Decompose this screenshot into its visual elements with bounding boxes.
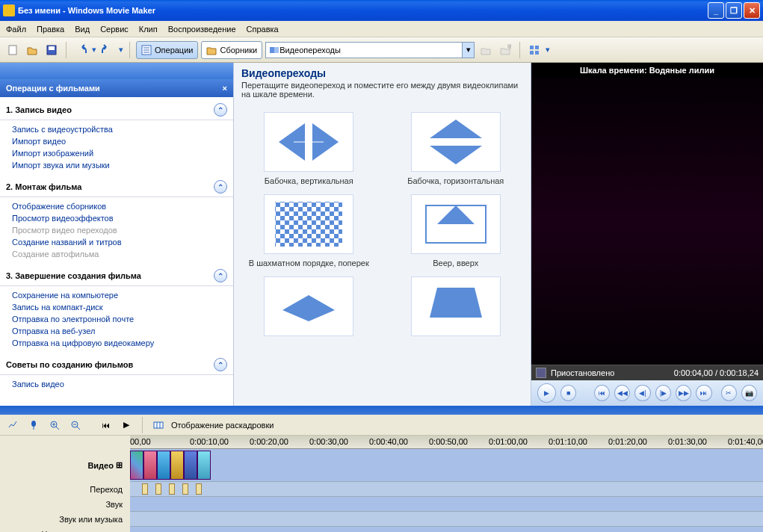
- transition-item[interactable]: Веер, вверх: [390, 194, 522, 267]
- tl-levels-button[interactable]: [4, 417, 21, 433]
- task-section-header[interactable]: Советы по созданию фильмов⌃: [0, 355, 233, 375]
- prev-button[interactable]: ⏮: [594, 385, 610, 401]
- video-clip[interactable]: [197, 451, 211, 480]
- music-track[interactable]: [130, 512, 763, 527]
- timeline-tracks[interactable]: 00,000:00:10,000:00:20,000:00:30,000:00:…: [130, 436, 763, 532]
- preview-video[interactable]: [531, 78, 763, 365]
- transition-clip[interactable]: [196, 483, 202, 495]
- transition-item[interactable]: [390, 276, 522, 341]
- collapse-icon[interactable]: ⌃: [214, 103, 227, 117]
- view-dropdown-icon[interactable]: ▾: [546, 45, 550, 55]
- collapse-icon[interactable]: ⌃: [214, 358, 227, 371]
- transition-item[interactable]: В шахматном порядке, поперек: [243, 194, 375, 267]
- tl-play-button[interactable]: ▶: [118, 417, 135, 433]
- close-button[interactable]: ✕: [744, 2, 760, 19]
- minimize-button[interactable]: _: [708, 2, 724, 19]
- task-section-header[interactable]: 3. Завершение создания фильма⌃: [0, 266, 233, 286]
- task-section-title: Советы по созданию фильмов: [6, 360, 133, 369]
- task-links: Сохранение на компьютереЗапись на компак…: [0, 286, 233, 355]
- location-combo[interactable]: ▾: [265, 42, 475, 58]
- step-fwd-button[interactable]: |▶: [655, 385, 671, 401]
- step-back-button[interactable]: ◀|: [634, 385, 650, 401]
- menu-view[interactable]: Вид: [75, 25, 90, 34]
- menu-file[interactable]: Файл: [6, 25, 26, 34]
- menu-play[interactable]: Воспроизведение: [168, 25, 236, 34]
- task-pane-close-icon[interactable]: ×: [223, 84, 227, 93]
- tasks-label: Операции: [155, 46, 193, 55]
- menu-clip[interactable]: Клип: [139, 25, 158, 34]
- video-clip[interactable]: [157, 451, 170, 480]
- task-link[interactable]: Просмотр видеоэффектов: [12, 212, 233, 224]
- audio-track[interactable]: [130, 497, 763, 512]
- transition-track[interactable]: [130, 482, 763, 497]
- new-button[interactable]: [4, 42, 21, 58]
- task-section-header[interactable]: 2. Монтаж фильма⌃: [0, 177, 233, 197]
- task-link[interactable]: Отправка на веб-узел: [12, 325, 233, 337]
- up-folder-button[interactable]: [478, 42, 494, 58]
- transition-clip[interactable]: [169, 483, 175, 495]
- location-input[interactable]: [279, 46, 459, 55]
- tl-zoom-in-button[interactable]: [46, 417, 63, 433]
- task-link[interactable]: Отправка по электронной почте: [12, 313, 233, 325]
- timeline-body: Видео ⊞ Переход Звук Звук или музыка Нал…: [0, 436, 763, 532]
- storyboard-icon[interactable]: [150, 417, 167, 433]
- new-folder-button[interactable]: ✱: [497, 42, 513, 58]
- transition-item[interactable]: [243, 276, 375, 341]
- task-link[interactable]: Отправка на цифровую видеокамеру: [12, 337, 233, 349]
- collapse-icon[interactable]: ⌃: [214, 180, 227, 194]
- timeline-ruler[interactable]: 00,000:00:10,000:00:20,000:00:30,000:00:…: [130, 436, 763, 449]
- video-clip[interactable]: [184, 451, 197, 480]
- video-clip[interactable]: [130, 451, 143, 480]
- task-link[interactable]: Запись на компакт-диск: [12, 301, 233, 313]
- video-clip[interactable]: [170, 451, 184, 480]
- rewind-button[interactable]: ◀◀: [614, 385, 630, 401]
- transition-item[interactable]: Бабочка, горизонтальная: [390, 112, 522, 185]
- task-link[interactable]: Запись с видеоустройства: [12, 123, 233, 135]
- task-link[interactable]: Запись видео: [12, 378, 233, 390]
- task-link[interactable]: Отображение сборников: [12, 200, 233, 212]
- maximize-button[interactable]: ❐: [726, 2, 742, 19]
- transition-clip[interactable]: [142, 483, 148, 495]
- collections-button[interactable]: Сборники: [201, 41, 262, 59]
- tasks-button[interactable]: Операции: [136, 41, 198, 59]
- transition-clip[interactable]: [182, 483, 188, 495]
- redo-button[interactable]: [99, 42, 116, 58]
- transition-item[interactable]: Бабочка, вертикальная: [243, 112, 375, 185]
- menu-help[interactable]: Справка: [247, 25, 279, 34]
- content-pane: Видеопереходы Перетащите видеопереход и …: [233, 63, 531, 406]
- save-button[interactable]: [43, 42, 60, 58]
- task-links: Запись с видеоустройстваИмпорт видеоИмпо…: [0, 120, 233, 177]
- snapshot-button[interactable]: 📷: [741, 385, 757, 401]
- ruler-tick: 0:00:50,00: [429, 437, 468, 446]
- video-clip[interactable]: [143, 451, 157, 480]
- stop-button[interactable]: ■: [560, 385, 576, 401]
- task-link[interactable]: Импорт видео: [12, 135, 233, 147]
- task-link[interactable]: Импорт звука или музыки: [12, 159, 233, 171]
- split-button[interactable]: ✂: [721, 385, 737, 401]
- task-section-header[interactable]: 1. Запись видео⌃: [0, 100, 233, 120]
- transition-clip[interactable]: [155, 483, 161, 495]
- task-link[interactable]: Сохранение на компьютере: [12, 289, 233, 301]
- menu-edit[interactable]: Правка: [37, 25, 64, 34]
- combo-arrow-icon[interactable]: ▾: [462, 43, 474, 58]
- fastfwd-button[interactable]: ▶▶: [676, 385, 691, 401]
- tl-zoom-out-button[interactable]: [67, 417, 84, 433]
- undo-button[interactable]: [72, 42, 89, 58]
- tl-rewind-button[interactable]: ⏮: [97, 417, 114, 433]
- play-button[interactable]: ▶: [537, 383, 556, 403]
- undo-dropdown-icon[interactable]: ▾: [92, 45, 96, 55]
- menu-tools[interactable]: Сервис: [100, 25, 129, 34]
- task-link[interactable]: Импорт изображений: [12, 147, 233, 159]
- splitter-bar[interactable]: [0, 406, 763, 415]
- view-button[interactable]: [526, 42, 543, 58]
- open-button[interactable]: [24, 42, 40, 58]
- svg-marker-23: [282, 295, 335, 321]
- collapse-icon[interactable]: ⌃: [214, 269, 227, 282]
- tl-narrate-button[interactable]: [25, 417, 42, 433]
- title-track[interactable]: [130, 527, 763, 532]
- next-button[interactable]: ⏭: [696, 385, 711, 401]
- redo-dropdown-icon[interactable]: ▾: [119, 45, 123, 55]
- video-track[interactable]: [130, 449, 763, 482]
- task-link[interactable]: Создание названий и титров: [12, 236, 233, 248]
- storyboard-label[interactable]: Отображение раскадровки: [171, 421, 274, 430]
